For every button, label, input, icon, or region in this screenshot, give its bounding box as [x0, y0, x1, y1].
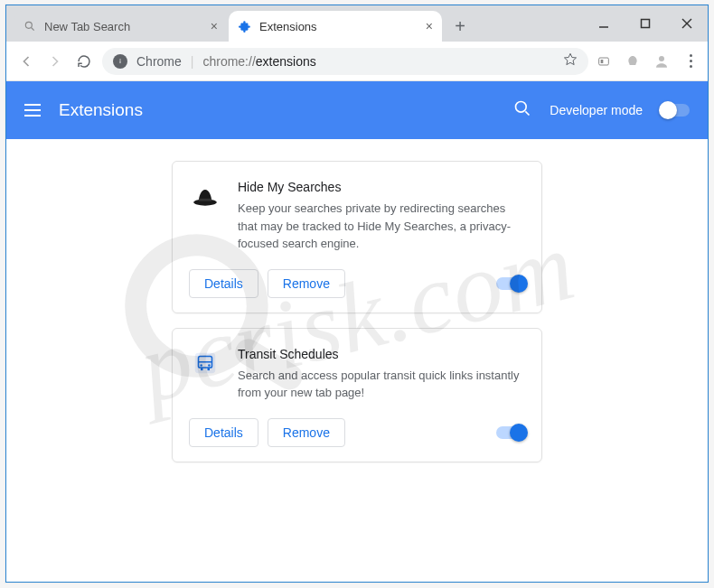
svg-rect-10 [601, 60, 604, 63]
svg-point-11 [659, 56, 664, 61]
extension-description: Search and access popular transit quick … [238, 367, 525, 402]
profile-avatar[interactable] [653, 53, 670, 70]
omnibox[interactable]: Chrome | chrome://extensions [102, 48, 588, 75]
extension-icon[interactable] [596, 53, 612, 70]
window-controls [583, 5, 708, 42]
extension-name: Transit Schedules [238, 347, 525, 361]
svg-point-20 [208, 364, 211, 367]
omnibox-url: chrome://extensions [202, 54, 315, 69]
toolbar-right [596, 53, 699, 70]
svg-rect-15 [199, 199, 211, 201]
hat-icon [189, 180, 221, 212]
svg-rect-8 [120, 61, 121, 63]
hamburger-icon[interactable] [24, 104, 41, 117]
remove-button[interactable]: Remove [268, 418, 345, 447]
developer-mode-toggle[interactable] [661, 104, 690, 117]
omnibox-chip: Chrome [136, 54, 182, 69]
search-icon[interactable] [513, 99, 531, 121]
reload-button[interactable] [73, 51, 95, 72]
extensions-list: Hide My Searches Keep your searches priv… [6, 139, 708, 582]
extension-enable-toggle[interactable] [496, 277, 525, 290]
close-icon[interactable]: × [426, 19, 433, 33]
svg-point-12 [516, 102, 527, 113]
svg-point-19 [200, 364, 202, 367]
back-button[interactable] [15, 51, 37, 72]
svg-line-13 [526, 111, 530, 115]
site-info-icon[interactable] [113, 54, 127, 69]
toolbar: Chrome | chrome://extensions [6, 42, 708, 81]
extension-card: Hide My Searches Keep your searches priv… [172, 161, 542, 313]
close-window-button[interactable] [666, 5, 708, 42]
bus-icon [189, 347, 221, 379]
titlebar: New Tab Search × Extensions × + [6, 5, 708, 42]
divider: | [191, 54, 194, 69]
forward-button[interactable] [44, 51, 66, 72]
search-icon [23, 19, 37, 33]
close-icon[interactable]: × [211, 19, 218, 33]
page-title: Extensions [59, 100, 143, 120]
minimize-button[interactable] [583, 5, 625, 42]
tab-label: Extensions [259, 20, 317, 33]
tab-strip: New Tab Search × Extensions × + [6, 5, 583, 42]
remove-button[interactable]: Remove [268, 269, 345, 298]
extension-enable-toggle[interactable] [496, 426, 525, 439]
extensions-appbar: Extensions Developer mode [6, 81, 708, 139]
new-tab-button[interactable]: + [447, 14, 473, 39]
svg-rect-21 [201, 368, 203, 370]
extension-card: Transit Schedules Search and access popu… [172, 328, 542, 462]
puzzle-icon [238, 19, 252, 33]
extension-description: Keep your searches private by redirectin… [238, 200, 525, 253]
svg-point-0 [25, 22, 32, 28]
menu-button[interactable] [682, 53, 699, 70]
tab-new-tab-search[interactable]: New Tab Search × [14, 11, 227, 42]
details-button[interactable]: Details [189, 269, 258, 298]
tab-extensions[interactable]: Extensions × [229, 11, 442, 42]
svg-rect-9 [599, 58, 609, 65]
tab-label: New Tab Search [44, 20, 130, 33]
extension-name: Hide My Searches [238, 180, 525, 194]
extension-icon-2[interactable] [625, 53, 641, 70]
maximize-button[interactable] [625, 5, 666, 42]
details-button[interactable]: Details [189, 418, 258, 447]
svg-line-1 [32, 28, 34, 31]
svg-rect-22 [208, 368, 211, 370]
browser-window: New Tab Search × Extensions × + [5, 5, 709, 583]
bookmark-star-icon[interactable] [563, 52, 578, 70]
developer-mode-label: Developer mode [550, 103, 643, 117]
svg-point-7 [119, 59, 120, 60]
svg-rect-3 [642, 20, 650, 28]
